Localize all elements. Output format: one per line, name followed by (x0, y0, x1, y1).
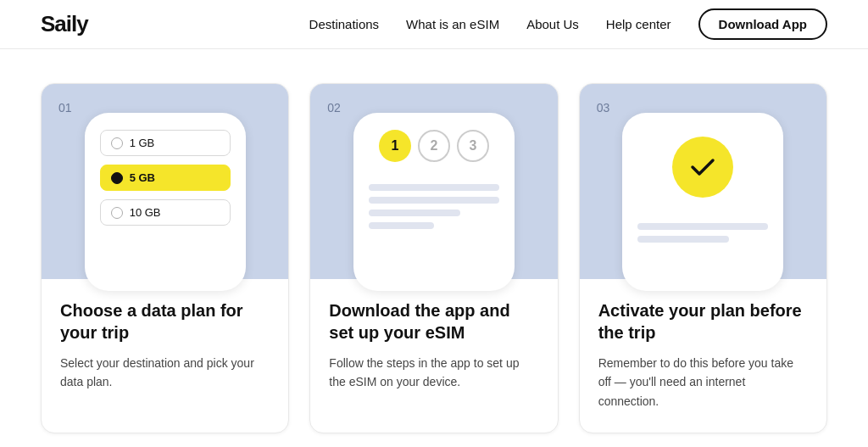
card-3-desc: Remember to do this before you take off … (598, 354, 808, 411)
line3-1 (637, 223, 768, 230)
card-2-phone: 1 2 3 (353, 113, 515, 291)
nav-destinations[interactable]: Destinations (309, 17, 380, 31)
download-app-button[interactable]: Download App (698, 8, 827, 40)
card-1-title: Choose a data plan for your trip (60, 299, 270, 344)
plan-option-5gb[interactable]: 5 GB (100, 165, 231, 191)
card-1-content: Choose a data plan for your trip Select … (42, 279, 288, 414)
step-circle-3: 3 (457, 130, 489, 162)
line-3 (369, 210, 460, 216)
card-1: 01 1 GB 5 GB 10 GB Choose (41, 83, 289, 433)
line-1 (369, 184, 499, 191)
card-2-title: Download the app and set up your eSIM (329, 299, 538, 344)
card-2-illustration: 02 1 2 3 (310, 84, 557, 279)
main-nav: Destinations What is an eSIM About Us He… (309, 8, 827, 40)
nav-help-center[interactable]: Help center (606, 17, 671, 31)
card-1-illustration: 01 1 GB 5 GB 10 GB (42, 84, 288, 279)
card-3-illustration: 03 (580, 84, 826, 279)
radio-1gb (111, 137, 123, 149)
card-3-title: Activate your plan before the trip (598, 299, 808, 344)
steps-row: 1 2 3 (369, 130, 499, 162)
plan-option-1gb[interactable]: 1 GB (100, 130, 231, 156)
card-3-phone (622, 113, 783, 291)
card-2-desc: Follow the steps in the app to set up th… (329, 354, 538, 392)
radio-5gb (111, 172, 123, 184)
line3-2 (637, 236, 729, 243)
nav-what-is-esim[interactable]: What is an eSIM (406, 17, 499, 31)
logo: Saily (41, 11, 88, 37)
checkmark-circle (672, 137, 733, 198)
radio-10gb (111, 207, 123, 219)
card-2-content: Download the app and set up your eSIM Fo… (310, 279, 557, 414)
step-circle-1: 1 (379, 130, 411, 162)
checkmark-icon (687, 152, 718, 182)
card-3: 03 Activate your plan before the trip Re… (579, 83, 827, 433)
line-4 (369, 222, 434, 229)
card-1-step: 01 (58, 101, 72, 115)
nav-about-us[interactable]: About Us (526, 17, 579, 31)
cards-container: 01 1 GB 5 GB 10 GB Choose (0, 49, 868, 447)
header: Saily Destinations What is an eSIM About… (0, 0, 868, 49)
card-3-step: 03 (597, 101, 610, 115)
card-3-content: Activate your plan before the trip Remem… (580, 279, 826, 433)
card-1-phone: 1 GB 5 GB 10 GB (85, 113, 246, 291)
card-2: 02 1 2 3 Download the app and set up you… (309, 83, 558, 433)
content-lines (369, 184, 499, 229)
line-2 (369, 197, 499, 204)
card3-lines (637, 223, 768, 243)
card-1-desc: Select your destination and pick your da… (60, 354, 270, 392)
card-2-step: 02 (327, 101, 341, 115)
plan-option-10gb[interactable]: 10 GB (100, 199, 231, 226)
step-circle-2: 2 (418, 130, 450, 162)
